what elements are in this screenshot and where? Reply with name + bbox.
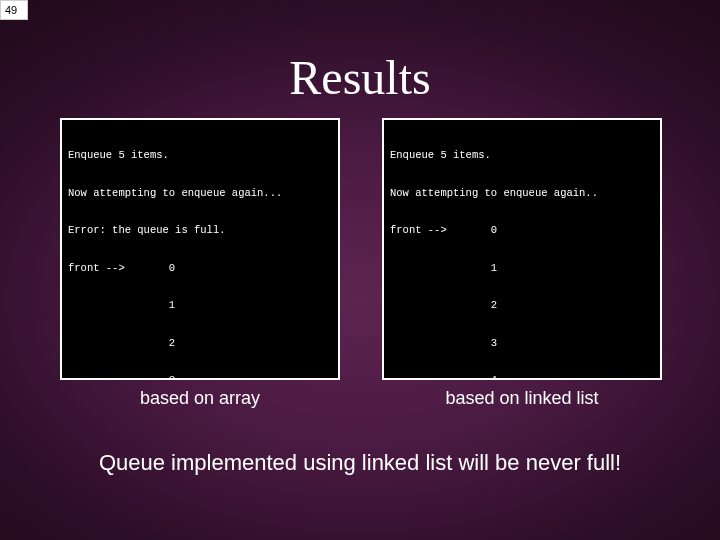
caption-array: based on array [60, 388, 340, 409]
conclusion-text: Queue implemented using linked list will… [0, 450, 720, 476]
caption-linkedlist: based on linked list [382, 388, 662, 409]
terminal-line: 1 [390, 262, 654, 275]
terminal-line: 3 [68, 374, 332, 380]
terminal-line: Now attempting to enqueue again.. [390, 187, 654, 200]
terminal-line: Enqueue 5 items. [68, 149, 332, 162]
terminal-line: 2 [390, 299, 654, 312]
terminal-linkedlist: Enqueue 5 items. Now attempting to enque… [382, 118, 662, 380]
terminal-line: 4 [390, 374, 654, 380]
terminal-line: 2 [68, 337, 332, 350]
terminal-line: front --> 0 [68, 262, 332, 275]
terminal-line: Enqueue 5 items. [390, 149, 654, 162]
slide-background: Results Enqueue 5 items. Now attempting … [0, 0, 720, 540]
page-number: 49 [0, 0, 28, 20]
terminal-array: Enqueue 5 items. Now attempting to enque… [60, 118, 340, 380]
terminal-line: 1 [68, 299, 332, 312]
terminal-line: 3 [390, 337, 654, 350]
terminal-line: front --> 0 [390, 224, 654, 237]
terminal-line: Now attempting to enqueue again... [68, 187, 332, 200]
slide-title: Results [0, 50, 720, 105]
terminal-line: Error: the queue is full. [68, 224, 332, 237]
